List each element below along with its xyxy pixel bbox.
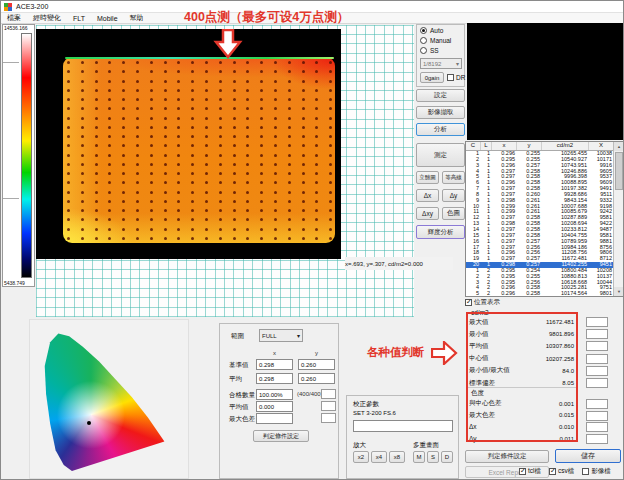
measure-point xyxy=(219,135,222,138)
save-button[interactable]: 儲存 xyxy=(555,449,621,463)
measure-point xyxy=(67,154,70,157)
position-display-checkbox[interactable] xyxy=(465,299,472,306)
zoom-button-x2[interactable]: x2 xyxy=(353,451,369,463)
measure-point xyxy=(246,172,249,175)
judge-settings-button[interactable]: 判定條件設定 xyxy=(465,450,549,463)
table-scrollbar[interactable]: ▲ ▼ xyxy=(613,142,624,296)
dr-check[interactable]: DR xyxy=(447,74,465,81)
measure-point xyxy=(191,218,194,221)
delta-y-button[interactable]: Δy xyxy=(442,189,465,202)
position-display-check[interactable]: 位置表示 xyxy=(465,298,500,307)
measure-point xyxy=(205,61,208,64)
measure-point xyxy=(246,107,249,110)
menu-flt[interactable]: FLT xyxy=(67,15,91,22)
measure-point xyxy=(274,126,277,129)
radio-manual[interactable]: Manual xyxy=(420,36,464,45)
radio-auto-icon[interactable] xyxy=(420,27,427,34)
measure-point xyxy=(177,61,180,64)
calibration-field[interactable] xyxy=(353,420,453,432)
measure-point xyxy=(274,70,277,73)
menu-time-change[interactable]: 經時變化 xyxy=(27,13,67,23)
export-check-影像檔[interactable]: 影像檔 xyxy=(582,467,611,476)
col-x-header: x xyxy=(273,350,276,356)
radio-ss[interactable]: SS xyxy=(420,46,464,55)
average-y-field[interactable]: 0.260 xyxy=(298,373,335,384)
measure-point xyxy=(164,135,167,138)
zoom-button-x8[interactable]: x8 xyxy=(389,451,405,463)
measure-point xyxy=(233,191,236,194)
multi-screen-button-m[interactable]: M xyxy=(413,451,425,463)
checkbox-icon[interactable] xyxy=(519,468,526,475)
scroll-down-icon[interactable]: ▼ xyxy=(614,287,624,296)
shutter-select[interactable]: 1/8192 ▾ xyxy=(420,58,462,69)
contour-button[interactable]: 等高線 xyxy=(442,171,465,184)
export-check-tcl檔[interactable]: tcl檔 xyxy=(519,467,541,476)
measure-point xyxy=(191,228,194,231)
measure-point xyxy=(81,218,84,221)
measure-point xyxy=(136,218,139,221)
zoom-button-x4[interactable]: x4 xyxy=(371,451,387,463)
reference-y-field[interactable]: 0.260 xyxy=(298,359,335,370)
menu-file[interactable]: 檔案 xyxy=(1,13,27,23)
dr-checkbox[interactable] xyxy=(447,74,454,81)
multi-screen-button-s[interactable]: S xyxy=(427,451,439,463)
multi-screen-button-d[interactable]: D xyxy=(441,451,453,463)
colormap-button[interactable]: 色圖 xyxy=(442,207,465,220)
measure-point xyxy=(136,70,139,73)
measure-point xyxy=(233,228,236,231)
radio-ss-icon[interactable] xyxy=(420,47,427,54)
settings-button[interactable]: 設定 xyxy=(416,89,465,102)
scroll-up-icon[interactable]: ▲ xyxy=(614,142,624,151)
checkbox-icon[interactable] xyxy=(549,468,556,475)
measure-point xyxy=(315,191,318,194)
capture-button[interactable]: 影像擷取 xyxy=(416,106,465,119)
app-icon xyxy=(4,3,12,11)
measure-point xyxy=(246,144,249,147)
measure-point xyxy=(329,163,332,166)
luminance-display[interactable] xyxy=(36,29,341,259)
measure-point xyxy=(274,80,277,83)
measure-point xyxy=(302,98,305,101)
menu-help[interactable]: 幫助 xyxy=(124,13,150,23)
analyze-button[interactable]: 分析 xyxy=(416,123,465,136)
measure-point xyxy=(260,163,263,166)
measure-button[interactable]: 測定 xyxy=(416,143,465,167)
luminance-analysis-button[interactable]: 輝度分析 xyxy=(416,225,465,239)
range-judge-settings-button[interactable]: 判定條件設定 xyxy=(253,430,309,442)
measure-point xyxy=(177,117,180,120)
measure-point xyxy=(108,200,111,203)
export-check-csv檔[interactable]: csv檔 xyxy=(549,467,574,476)
radio-auto[interactable]: Auto xyxy=(420,26,464,35)
delta-x-button[interactable]: Δx xyxy=(416,189,439,202)
measure-point xyxy=(219,107,222,110)
average-x-field[interactable]: 0.298 xyxy=(256,373,293,384)
measure-point xyxy=(150,209,153,212)
zero-gain-button[interactable]: 0gain xyxy=(420,72,444,83)
menu-mobile[interactable]: Mobile xyxy=(91,15,124,22)
checkbox-icon[interactable] xyxy=(582,468,589,475)
measure-point xyxy=(191,209,194,212)
measure-point xyxy=(150,237,153,240)
measure-point xyxy=(67,172,70,175)
measure-point xyxy=(81,107,84,110)
radio-auto-label: Auto xyxy=(430,27,443,34)
judgment-box xyxy=(586,411,608,421)
measure-point xyxy=(288,80,291,83)
measure-point xyxy=(302,191,305,194)
scrollbar-thumb[interactable] xyxy=(615,152,623,190)
range-select[interactable]: FULL ▾ xyxy=(259,329,303,342)
table-header-cell: cd/m2 xyxy=(542,142,589,150)
measure-point xyxy=(150,126,153,129)
measure-point xyxy=(274,181,277,184)
chroma-judgment-boxes xyxy=(586,399,608,445)
color-scale-gradient xyxy=(21,33,32,278)
dr-label: DR xyxy=(456,74,465,81)
measure-point xyxy=(67,135,70,138)
table-row[interactable]: 520.2960.25810174.5649801 xyxy=(466,291,624,297)
window-title: ACE3-200 xyxy=(16,3,48,10)
measure-point xyxy=(95,126,98,129)
radio-manual-icon[interactable] xyxy=(420,37,427,44)
delta-xy-button[interactable]: Δxy xyxy=(416,207,439,220)
stereo-button[interactable]: 立體圖 xyxy=(416,171,439,184)
reference-x-field[interactable]: 0.298 xyxy=(256,359,293,370)
